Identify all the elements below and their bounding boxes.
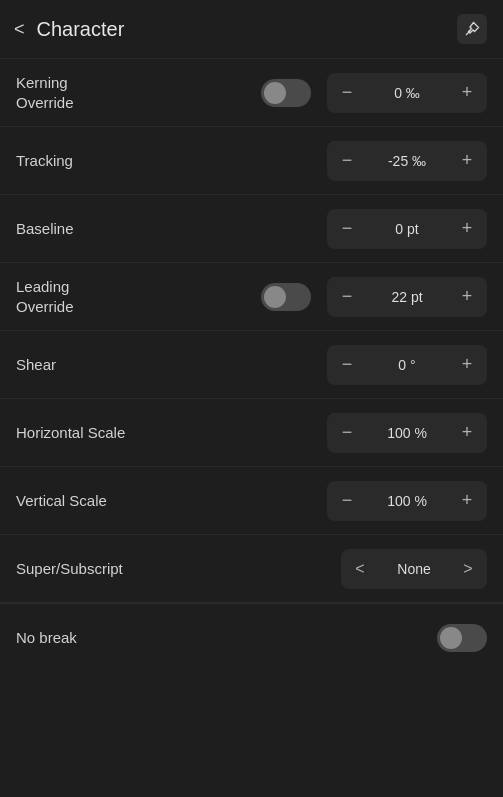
vertical-scale-label: Vertical Scale — [16, 491, 327, 511]
vertical-scale-value: 100 % — [367, 493, 447, 509]
super-subscript-controls: < None > — [341, 549, 487, 589]
no-break-row: No break — [0, 603, 503, 671]
shear-field: − 0 ° + — [327, 345, 487, 385]
tracking-row: Tracking − -25 ‰ + — [0, 127, 503, 195]
kerning-override-field: − 0 ‰ + — [327, 73, 487, 113]
kerning-override-toggle[interactable] — [261, 79, 311, 107]
shear-label: Shear — [16, 355, 327, 375]
baseline-field: − 0 pt + — [327, 209, 487, 249]
tracking-controls: − -25 ‰ + — [327, 141, 487, 181]
kerning-override-controls: − 0 ‰ + — [261, 73, 487, 113]
kerning-override-label: KerningOverride — [16, 73, 261, 112]
shear-row: Shear − 0 ° + — [0, 331, 503, 399]
shear-value: 0 ° — [367, 357, 447, 373]
leading-override-value: 22 pt — [367, 289, 447, 305]
baseline-plus[interactable]: + — [447, 209, 487, 249]
vertical-scale-row: Vertical Scale − 100 % + — [0, 467, 503, 535]
tracking-label: Tracking — [16, 151, 327, 171]
baseline-label: Baseline — [16, 219, 327, 239]
no-break-toggle-knob — [440, 627, 462, 649]
tracking-minus[interactable]: − — [327, 141, 367, 181]
baseline-value: 0 pt — [367, 221, 447, 237]
vertical-scale-plus[interactable]: + — [447, 481, 487, 521]
leading-toggle-knob — [264, 286, 286, 308]
leading-override-toggle[interactable] — [261, 283, 311, 311]
super-subscript-value: None — [379, 561, 449, 577]
shear-minus[interactable]: − — [327, 345, 367, 385]
super-subscript-label: Super/Subscript — [16, 559, 341, 579]
kerning-override-value: 0 ‰ — [367, 85, 447, 101]
leading-override-field: − 22 pt + — [327, 277, 487, 317]
kerning-override-row: KerningOverride − 0 ‰ + — [0, 59, 503, 127]
baseline-row: Baseline − 0 pt + — [0, 195, 503, 263]
shear-plus[interactable]: + — [447, 345, 487, 385]
header: < Character — [0, 0, 503, 59]
back-button[interactable]: < — [10, 17, 29, 42]
tracking-plus[interactable]: + — [447, 141, 487, 181]
vertical-scale-field: − 100 % + — [327, 481, 487, 521]
vertical-scale-minus[interactable]: − — [327, 481, 367, 521]
leading-override-label: LeadingOverride — [16, 277, 261, 316]
tracking-field: − -25 ‰ + — [327, 141, 487, 181]
pin-button[interactable] — [457, 14, 487, 44]
horizontal-scale-row: Horizontal Scale − 100 % + — [0, 399, 503, 467]
tracking-value: -25 ‰ — [367, 153, 447, 169]
no-break-toggle[interactable] — [437, 624, 487, 652]
leading-override-row: LeadingOverride − 22 pt + — [0, 263, 503, 331]
horizontal-scale-controls: − 100 % + — [327, 413, 487, 453]
super-subscript-row: Super/Subscript < None > — [0, 535, 503, 603]
leading-override-plus[interactable]: + — [447, 277, 487, 317]
super-subscript-field: < None > — [341, 549, 487, 589]
baseline-minus[interactable]: − — [327, 209, 367, 249]
header-left: < Character — [10, 17, 124, 42]
horizontal-scale-label: Horizontal Scale — [16, 423, 327, 443]
super-subscript-next[interactable]: > — [449, 549, 487, 589]
toggle-knob — [264, 82, 286, 104]
super-subscript-prev[interactable]: < — [341, 549, 379, 589]
leading-override-minus[interactable]: − — [327, 277, 367, 317]
pin-icon — [464, 21, 480, 37]
kerning-override-plus[interactable]: + — [447, 73, 487, 113]
horizontal-scale-field: − 100 % + — [327, 413, 487, 453]
page-title: Character — [37, 18, 125, 41]
horizontal-scale-minus[interactable]: − — [327, 413, 367, 453]
baseline-controls: − 0 pt + — [327, 209, 487, 249]
horizontal-scale-plus[interactable]: + — [447, 413, 487, 453]
kerning-override-minus[interactable]: − — [327, 73, 367, 113]
shear-controls: − 0 ° + — [327, 345, 487, 385]
vertical-scale-controls: − 100 % + — [327, 481, 487, 521]
leading-override-controls: − 22 pt + — [261, 277, 487, 317]
no-break-label: No break — [16, 628, 227, 648]
horizontal-scale-value: 100 % — [367, 425, 447, 441]
